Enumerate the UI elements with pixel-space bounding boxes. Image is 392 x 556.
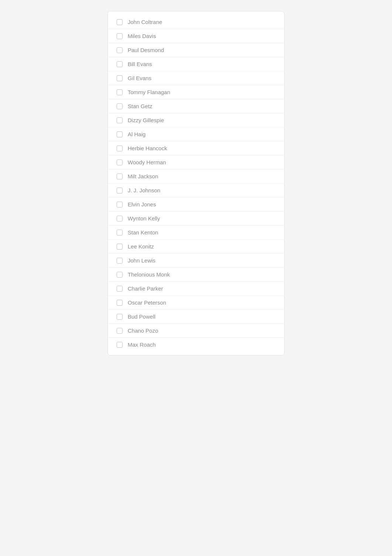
list-item-bud-powell[interactable]: Bud Powell	[108, 310, 284, 324]
list-item-thelonious-monk[interactable]: Thelonious Monk	[108, 268, 284, 282]
list-item-max-roach[interactable]: Max Roach	[108, 338, 284, 351]
item-label-john-lewis: John Lewis	[128, 257, 155, 264]
checkbox-paul-desmond[interactable]	[117, 47, 123, 53]
checkbox-jj-johnson[interactable]	[117, 188, 123, 193]
list-item-miles-davis[interactable]: Miles Davis	[108, 29, 284, 43]
list-item-john-lewis[interactable]: John Lewis	[108, 254, 284, 268]
item-label-herbie-hancock: Herbie Hancock	[128, 145, 167, 151]
list-item-dizzy-gillespie[interactable]: Dizzy Gillespie	[108, 113, 284, 127]
item-label-wynton-kelly: Wynton Kelly	[128, 215, 160, 222]
list-item-wynton-kelly[interactable]: Wynton Kelly	[108, 212, 284, 226]
item-label-dizzy-gillespie: Dizzy Gillespie	[128, 117, 164, 123]
item-label-woody-herman: Woody Herman	[128, 159, 166, 165]
checkbox-chano-pozo[interactable]	[117, 328, 123, 334]
list-item-gil-evans[interactable]: Gil Evans	[108, 71, 284, 85]
list-item-stan-kenton[interactable]: Stan Kenton	[108, 226, 284, 240]
list-item-bill-evans[interactable]: Bill Evans	[108, 57, 284, 71]
checkbox-gil-evans[interactable]	[117, 75, 123, 81]
checkbox-lee-konitz[interactable]	[117, 244, 123, 250]
list-item-al-haig[interactable]: Al Haig	[108, 127, 284, 141]
list-item-stan-getz[interactable]: Stan Getz	[108, 99, 284, 113]
checkbox-stan-getz[interactable]	[117, 103, 123, 109]
item-label-bill-evans: Bill Evans	[128, 61, 152, 67]
item-label-tommy-flanagan: Tommy Flanagan	[128, 89, 170, 95]
item-label-bud-powell: Bud Powell	[128, 313, 155, 320]
checkbox-al-haig[interactable]	[117, 131, 123, 137]
list-item-paul-desmond[interactable]: Paul Desmond	[108, 43, 284, 57]
item-label-thelonious-monk: Thelonious Monk	[128, 271, 170, 278]
page-container: John ColtraneMiles DavisPaul DesmondBill…	[0, 0, 392, 363]
item-label-max-roach: Max Roach	[128, 342, 156, 348]
item-label-al-haig: Al Haig	[128, 131, 145, 137]
item-label-milt-jackson: Milt Jackson	[128, 173, 158, 179]
list-item-charlie-parker[interactable]: Charlie Parker	[108, 282, 284, 296]
checkbox-tommy-flanagan[interactable]	[117, 89, 123, 95]
list-item-elvin-jones[interactable]: Elvin Jones	[108, 198, 284, 212]
checkbox-herbie-hancock[interactable]	[117, 145, 123, 151]
list-panel: John ColtraneMiles DavisPaul DesmondBill…	[107, 11, 285, 356]
checkbox-bud-powell[interactable]	[117, 314, 123, 320]
item-label-oscar-peterson: Oscar Peterson	[128, 299, 166, 306]
checkbox-wynton-kelly[interactable]	[117, 216, 123, 222]
checkbox-miles-davis[interactable]	[117, 33, 123, 39]
checkbox-stan-kenton[interactable]	[117, 230, 123, 236]
checkbox-john-lewis[interactable]	[117, 258, 123, 264]
checkbox-woody-herman[interactable]	[117, 159, 123, 165]
list-item-chano-pozo[interactable]: Chano Pozo	[108, 324, 284, 338]
item-label-elvin-jones: Elvin Jones	[128, 201, 156, 207]
item-label-john-coltrane: John Coltrane	[128, 19, 162, 25]
item-label-miles-davis: Miles Davis	[128, 33, 156, 39]
item-label-stan-getz: Stan Getz	[128, 103, 152, 109]
checkbox-elvin-jones[interactable]	[117, 202, 123, 207]
checkbox-max-roach[interactable]	[117, 342, 123, 348]
list-item-john-coltrane[interactable]: John Coltrane	[108, 15, 284, 29]
checkbox-dizzy-gillespie[interactable]	[117, 117, 123, 123]
item-label-chano-pozo: Chano Pozo	[128, 327, 158, 334]
list-item-jj-johnson[interactable]: J. J. Johnson	[108, 183, 284, 198]
list-item-woody-herman[interactable]: Woody Herman	[108, 155, 284, 169]
list-item-tommy-flanagan[interactable]: Tommy Flanagan	[108, 85, 284, 99]
list-item-milt-jackson[interactable]: Milt Jackson	[108, 169, 284, 183]
checkbox-oscar-peterson[interactable]	[117, 300, 123, 306]
checkbox-charlie-parker[interactable]	[117, 286, 123, 292]
list-item-herbie-hancock[interactable]: Herbie Hancock	[108, 141, 284, 155]
item-label-paul-desmond: Paul Desmond	[128, 47, 164, 53]
checkbox-milt-jackson[interactable]	[117, 174, 123, 179]
checkbox-thelonious-monk[interactable]	[117, 272, 123, 278]
checkbox-bill-evans[interactable]	[117, 61, 123, 67]
checkbox-john-coltrane[interactable]	[117, 19, 123, 25]
item-label-jj-johnson: J. J. Johnson	[128, 187, 160, 193]
item-label-stan-kenton: Stan Kenton	[128, 229, 158, 236]
list-item-lee-konitz[interactable]: Lee Konitz	[108, 240, 284, 254]
item-label-lee-konitz: Lee Konitz	[128, 243, 154, 250]
item-label-gil-evans: Gil Evans	[128, 75, 151, 81]
item-label-charlie-parker: Charlie Parker	[128, 285, 163, 292]
list-item-oscar-peterson[interactable]: Oscar Peterson	[108, 296, 284, 310]
